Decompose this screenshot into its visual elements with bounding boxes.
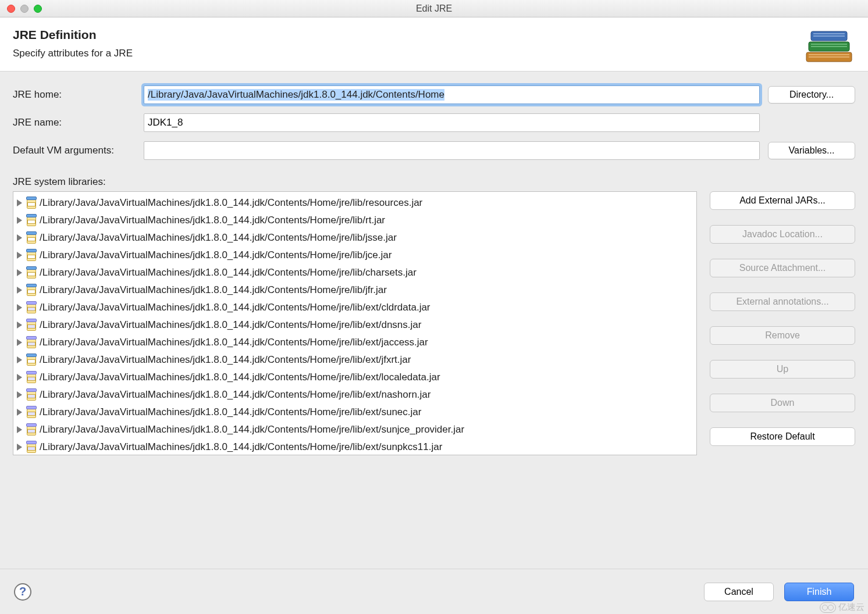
jre-home-value: /Library/Java/JavaVirtualMachines/jdk1.8… <box>148 89 444 101</box>
add-external-jars-button[interactable]: Add External JARs... <box>710 191 855 210</box>
library-item[interactable]: /Library/Java/JavaVirtualMachines/jdk1.8… <box>13 194 696 212</box>
page-subtitle: Specify attributes for a JRE <box>13 48 855 59</box>
library-path: /Library/Java/JavaVirtualMachines/jdk1.8… <box>40 284 387 296</box>
jre-home-label: JRE home: <box>13 89 144 101</box>
external-annotations-button[interactable]: External annotations... <box>710 292 855 311</box>
jre-name-input[interactable] <box>144 113 760 132</box>
library-item[interactable]: /Library/Java/JavaVirtualMachines/jdk1.8… <box>13 386 696 404</box>
libraries-area: /Library/Java/JavaVirtualMachines/jdk1.8… <box>0 191 868 466</box>
jar-icon <box>26 388 37 401</box>
disclosure-triangle-icon[interactable] <box>17 391 22 398</box>
library-path: /Library/Java/JavaVirtualMachines/jdk1.8… <box>40 354 411 366</box>
dialog-footer: ? Cancel Finish <box>0 569 868 614</box>
jar-icon <box>26 319 37 331</box>
disclosure-triangle-icon[interactable] <box>17 269 22 276</box>
jar-icon <box>26 336 37 349</box>
up-button[interactable]: Up <box>710 360 855 379</box>
library-path: /Library/Java/JavaVirtualMachines/jdk1.8… <box>40 406 421 418</box>
library-path: /Library/Java/JavaVirtualMachines/jdk1.8… <box>40 215 385 226</box>
variables-button[interactable]: Variables... <box>768 142 855 159</box>
watermark: 亿速云 <box>820 602 865 613</box>
library-path: /Library/Java/JavaVirtualMachines/jdk1.8… <box>40 441 442 453</box>
disclosure-triangle-icon[interactable] <box>17 426 22 433</box>
library-item[interactable]: /Library/Java/JavaVirtualMachines/jdk1.8… <box>13 247 696 264</box>
page-title: JRE Definition <box>13 28 855 42</box>
library-item[interactable]: /Library/Java/JavaVirtualMachines/jdk1.8… <box>13 299 696 316</box>
cloud-icon <box>820 602 836 613</box>
jar-icon <box>26 441 37 454</box>
libraries-tree[interactable]: /Library/Java/JavaVirtualMachines/jdk1.8… <box>13 191 697 455</box>
books-icon <box>803 27 855 67</box>
disclosure-triangle-icon[interactable] <box>17 199 22 206</box>
finish-button[interactable]: Finish <box>784 583 854 601</box>
library-path: /Library/Java/JavaVirtualMachines/jdk1.8… <box>40 337 428 348</box>
library-path: /Library/Java/JavaVirtualMachines/jdk1.8… <box>40 197 422 209</box>
libraries-buttons: Add External JARs... Javadoc Location...… <box>710 191 855 455</box>
restore-default-button[interactable]: Restore Default <box>710 427 855 446</box>
library-item[interactable]: /Library/Java/JavaVirtualMachines/jdk1.8… <box>13 421 696 438</box>
library-path: /Library/Java/JavaVirtualMachines/jdk1.8… <box>40 424 464 435</box>
disclosure-triangle-icon[interactable] <box>17 444 22 451</box>
cancel-button[interactable]: Cancel <box>704 583 774 601</box>
jar-icon <box>26 406 37 419</box>
library-item[interactable]: /Library/Java/JavaVirtualMachines/jdk1.8… <box>13 281 696 299</box>
library-item[interactable]: /Library/Java/JavaVirtualMachines/jdk1.8… <box>13 229 696 247</box>
jre-home-input[interactable]: /Library/Java/JavaVirtualMachines/jdk1.8… <box>144 85 760 104</box>
library-path: /Library/Java/JavaVirtualMachines/jdk1.8… <box>40 389 431 401</box>
library-path: /Library/Java/JavaVirtualMachines/jdk1.8… <box>40 372 440 383</box>
dialog-header: JRE Definition Specify attributes for a … <box>0 17 868 72</box>
row-jre-home: JRE home: /Library/Java/JavaVirtualMachi… <box>13 85 855 104</box>
remove-button[interactable]: Remove <box>710 326 855 345</box>
libraries-label: JRE system libraries: <box>0 172 868 191</box>
vm-args-label: Default VM arguments: <box>13 145 144 156</box>
library-path: /Library/Java/JavaVirtualMachines/jdk1.8… <box>40 267 417 279</box>
jar-icon <box>26 371 37 384</box>
jar-icon <box>26 266 37 279</box>
library-item[interactable]: /Library/Java/JavaVirtualMachines/jdk1.8… <box>13 264 696 281</box>
disclosure-triangle-icon[interactable] <box>17 252 22 259</box>
library-item[interactable]: /Library/Java/JavaVirtualMachines/jdk1.8… <box>13 351 696 369</box>
library-path: /Library/Java/JavaVirtualMachines/jdk1.8… <box>40 302 431 313</box>
library-item[interactable]: /Library/Java/JavaVirtualMachines/jdk1.8… <box>13 316 696 334</box>
directory-button[interactable]: Directory... <box>768 86 855 103</box>
library-item[interactable]: /Library/Java/JavaVirtualMachines/jdk1.8… <box>13 438 696 455</box>
jar-icon <box>26 197 37 209</box>
library-item[interactable]: /Library/Java/JavaVirtualMachines/jdk1.8… <box>13 369 696 386</box>
down-button[interactable]: Down <box>710 394 855 412</box>
form-area: JRE home: /Library/Java/JavaVirtualMachi… <box>0 72 868 172</box>
library-path: /Library/Java/JavaVirtualMachines/jdk1.8… <box>40 249 392 261</box>
disclosure-triangle-icon[interactable] <box>17 217 22 224</box>
disclosure-triangle-icon[interactable] <box>17 409 22 416</box>
source-attachment-button[interactable]: Source Attachment... <box>710 259 855 277</box>
vm-args-input[interactable] <box>144 141 760 160</box>
jre-name-label: JRE name: <box>13 117 144 128</box>
jar-icon <box>26 231 37 244</box>
library-item[interactable]: /Library/Java/JavaVirtualMachines/jdk1.8… <box>13 212 696 229</box>
titlebar: Edit JRE <box>0 0 868 17</box>
row-vm-args: Default VM arguments: Variables... <box>13 141 855 160</box>
disclosure-triangle-icon[interactable] <box>17 287 22 294</box>
jar-icon <box>26 284 37 297</box>
jar-icon <box>26 249 37 262</box>
window-title: Edit JRE <box>0 3 868 14</box>
library-path: /Library/Java/JavaVirtualMachines/jdk1.8… <box>40 232 397 244</box>
disclosure-triangle-icon[interactable] <box>17 356 22 363</box>
disclosure-triangle-icon[interactable] <box>17 322 22 329</box>
disclosure-triangle-icon[interactable] <box>17 234 22 241</box>
jar-icon <box>26 354 37 366</box>
disclosure-triangle-icon[interactable] <box>17 374 22 381</box>
library-path: /Library/Java/JavaVirtualMachines/jdk1.8… <box>40 319 421 331</box>
library-item[interactable]: /Library/Java/JavaVirtualMachines/jdk1.8… <box>13 334 696 351</box>
row-jre-name: JRE name: <box>13 113 855 132</box>
help-icon[interactable]: ? <box>14 583 31 601</box>
watermark-text: 亿速云 <box>838 602 865 613</box>
jar-icon <box>26 214 37 227</box>
disclosure-triangle-icon[interactable] <box>17 304 22 311</box>
library-item[interactable]: /Library/Java/JavaVirtualMachines/jdk1.8… <box>13 404 696 421</box>
jar-icon <box>26 301 37 314</box>
javadoc-location-button[interactable]: Javadoc Location... <box>710 225 855 244</box>
disclosure-triangle-icon[interactable] <box>17 339 22 346</box>
jar-icon <box>26 423 37 436</box>
